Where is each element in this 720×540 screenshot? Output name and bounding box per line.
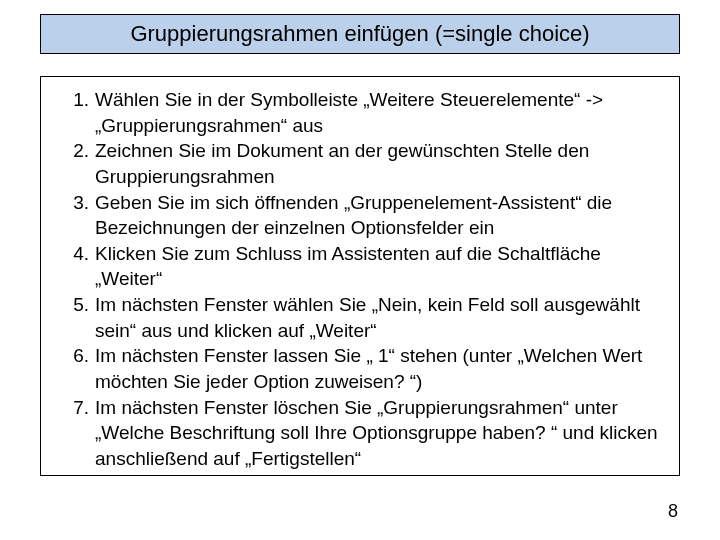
page-number: 8 [668,501,678,522]
list-item: Im nächsten Fenster wählen Sie „Nein, ke… [59,292,661,343]
steps-list: Wählen Sie in der Symbolleiste „Weitere … [59,87,661,472]
slide-title-box: Gruppierungsrahmen einfügen (=single cho… [40,14,680,54]
slide-content-box: Wählen Sie in der Symbolleiste „Weitere … [40,76,680,476]
list-item: Zeichnen Sie im Dokument an der gewünsch… [59,138,661,189]
list-item: Klicken Sie zum Schluss im Assistenten a… [59,241,661,292]
slide-title: Gruppierungsrahmen einfügen (=single cho… [130,21,589,47]
list-item: Im nächsten Fenster lassen Sie „ 1“ steh… [59,343,661,394]
list-item: Geben Sie im sich öffnenden „Gruppenelem… [59,190,661,241]
list-item: Wählen Sie in der Symbolleiste „Weitere … [59,87,661,138]
list-item: Im nächsten Fenster löschen Sie „Gruppie… [59,395,661,472]
